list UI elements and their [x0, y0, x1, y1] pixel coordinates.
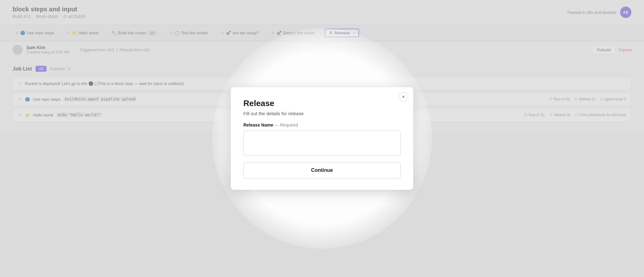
field-label: Release Name — Required [243, 122, 401, 127]
required-indicator: — Required [275, 122, 298, 127]
close-button[interactable]: × [399, 92, 408, 102]
modal-subtitle: Fill out the details for release [243, 111, 401, 116]
overlay: × Release Fill out the details for relea… [0, 0, 644, 277]
modal-dialog: × Release Fill out the details for relea… [231, 87, 413, 190]
release-name-input[interactable] [243, 131, 401, 156]
continue-button[interactable]: Continue [243, 162, 401, 178]
field-name: Release Name [243, 122, 273, 127]
modal-title: Release [243, 99, 401, 108]
